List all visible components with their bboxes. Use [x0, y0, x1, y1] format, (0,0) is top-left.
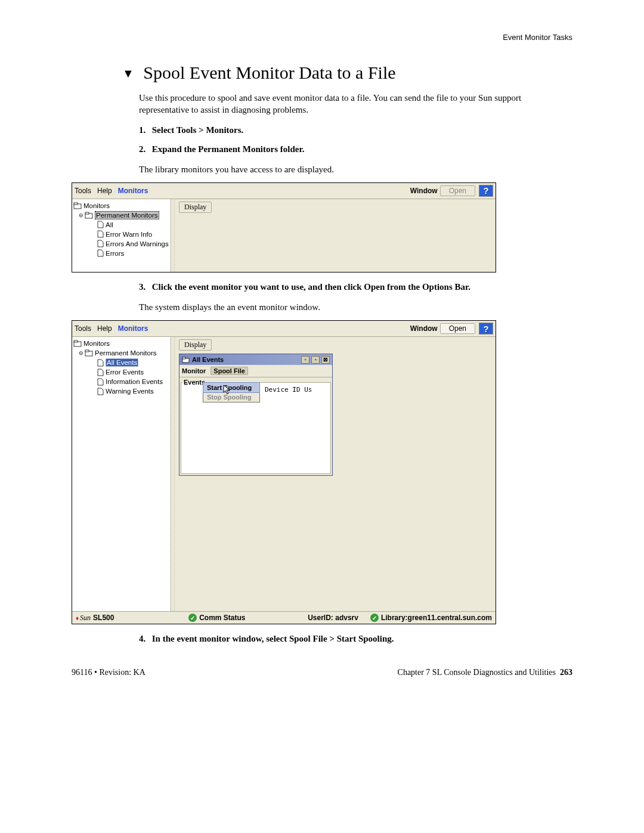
step-2-body: The library monitors you have access to … — [139, 163, 572, 175]
maximize-icon[interactable]: ▫ — [311, 356, 320, 364]
tree-toggle-icon[interactable]: ⊖ — [78, 212, 83, 218]
spool-file-dropdown: Start Spooling Stop Spooling — [203, 382, 260, 402]
window-label: Window — [410, 324, 438, 333]
doc-icon — [97, 388, 104, 395]
doc-icon — [97, 378, 104, 386]
page-footer: 96116 • Revision: KA Chapter 7 SL Consol… — [72, 668, 572, 677]
display-button[interactable]: Display — [179, 339, 212, 351]
tree-item[interactable]: Error Events — [73, 367, 169, 377]
tree-item[interactable]: Warning Events — [73, 386, 169, 396]
content-panel-1: Display — [177, 199, 496, 272]
doc-icon — [97, 359, 104, 367]
doc-icon — [97, 249, 104, 257]
svg-rect-5 — [74, 340, 78, 342]
section-title-text: Spool Event Monitor Data to a File — [143, 63, 395, 82]
menu-tools[interactable]: Tools — [75, 324, 91, 333]
triangle-icon: ▼ — [122, 67, 134, 80]
menu-monitors[interactable]: Monitors — [118, 324, 148, 333]
step-4: 4. In the event monitor window, select S… — [139, 634, 572, 644]
inner-menu-monitor[interactable]: Monitor — [182, 367, 206, 374]
tree-root[interactable]: Monitors — [73, 339, 169, 348]
svg-rect-1 — [74, 203, 78, 205]
event-monitor-window: All Events ▫ ▫ ⊠ Monitor Spool File E — [179, 354, 333, 476]
svg-rect-3 — [85, 212, 89, 214]
menu-help[interactable]: Help — [97, 187, 112, 195]
close-icon[interactable]: ⊠ — [321, 356, 330, 364]
check-icon — [188, 614, 197, 622]
minimize-icon[interactable]: ▫ — [301, 356, 309, 364]
tree-item[interactable]: Information Events — [73, 377, 169, 386]
table-headers: Device ID Us — [265, 386, 312, 394]
folder-icon — [73, 340, 82, 347]
open-button[interactable]: Open — [440, 323, 475, 334]
menu-help[interactable]: Help — [97, 324, 112, 333]
help-icon[interactable]: ? — [479, 323, 493, 335]
tree-item-all-events[interactable]: All Events — [73, 358, 169, 367]
splitter[interactable] — [171, 199, 177, 272]
tree-root[interactable]: Monitors — [73, 201, 169, 210]
doc-icon — [97, 221, 104, 228]
dropdown-stop-spooling: Stop Spooling — [203, 392, 259, 402]
folder-open-icon — [85, 212, 93, 219]
dropdown-start-spooling[interactable]: Start Spooling — [203, 382, 260, 393]
status-bar: ♦Sun SL500 Comm Status UserID: advsrv Li… — [72, 611, 496, 624]
library-status: Library:green11.central.sun.com — [370, 614, 492, 622]
tree-item[interactable]: All — [73, 220, 169, 230]
footer-right: Chapter 7 SL Console Diagnostics and Uti… — [398, 668, 572, 677]
folder-icon — [182, 357, 190, 363]
menubar-1: Tools Help Monitors Window Open ? — [72, 183, 496, 199]
tree-item[interactable]: Errors — [73, 249, 169, 258]
folder-open-icon — [85, 349, 93, 357]
inner-menu-spool-file[interactable]: Spool File — [210, 367, 248, 375]
doc-icon — [97, 240, 104, 247]
splitter[interactable] — [171, 337, 177, 611]
tree-permanent[interactable]: ⊖ Permanent Monitors — [73, 348, 169, 358]
cursor-icon — [223, 385, 231, 397]
tree-item[interactable]: Error Warn Info — [73, 230, 169, 239]
step-2: 2. Expand the Permanent Monitors folder. — [139, 144, 572, 154]
doc-icon — [97, 368, 104, 376]
userid-status: UserID: advsrv — [308, 614, 358, 622]
menu-tools[interactable]: Tools — [75, 187, 91, 195]
comm-status: Comm Status — [126, 614, 308, 622]
inner-window-title-bar[interactable]: All Events ▫ ▫ ⊠ — [179, 354, 332, 365]
product-label: SL500 — [93, 614, 114, 622]
open-button[interactable]: Open — [440, 185, 475, 196]
svg-rect-7 — [85, 350, 89, 352]
content-panel-2: Display All Events ▫ ▫ ⊠ — [177, 337, 496, 611]
menubar-2: Tools Help Monitors Window Open ? — [72, 321, 496, 337]
menu-monitors[interactable]: Monitors — [118, 187, 148, 195]
tree-panel-2: Monitors ⊖ Permanent Monitors All Events — [72, 337, 171, 611]
screenshot-2: Tools Help Monitors Window Open ? Monito… — [72, 320, 496, 624]
tree-toggle-icon[interactable]: ⊖ — [78, 350, 83, 356]
screenshot-1: Tools Help Monitors Window Open ? Monito… — [72, 182, 496, 272]
doc-icon — [97, 230, 104, 238]
sun-logo: ♦Sun — [76, 614, 91, 623]
step-1: 1. Select Tools > Monitors. — [139, 125, 572, 135]
window-label: Window — [410, 187, 438, 195]
running-header: Event Monitor Tasks — [72, 33, 572, 42]
check-icon — [370, 614, 379, 622]
intro-paragraph: Use this procedure to spool and save eve… — [139, 92, 572, 116]
folder-icon — [73, 202, 82, 209]
step-3: 3. Click the event monitor you want to u… — [139, 282, 572, 292]
inner-menubar: Monitor Spool File — [179, 365, 332, 377]
inner-window-title: All Events — [192, 356, 224, 363]
display-button[interactable]: Display — [179, 202, 212, 213]
tree-permanent[interactable]: ⊖ Permanent Monitors — [73, 210, 169, 220]
footer-left: 96116 • Revision: KA — [72, 668, 145, 677]
section-title: ▼ Spool Event Monitor Data to a File — [122, 63, 572, 83]
tree-panel-1: Monitors ⊖ Permanent Monitors All — [72, 199, 171, 272]
step-3-body: The system displays the an event monitor… — [139, 301, 572, 313]
tree-item[interactable]: Errors And Warnings — [73, 239, 169, 249]
help-icon[interactable]: ? — [479, 185, 493, 197]
svg-rect-9 — [182, 357, 185, 359]
